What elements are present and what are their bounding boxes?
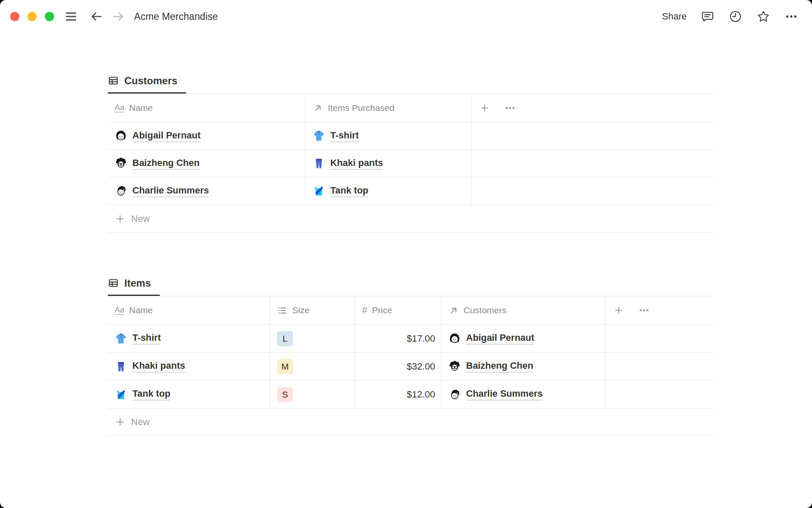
customer-page-link[interactable]: Abigail Pernaut: [132, 130, 200, 142]
empty-cell: [472, 122, 715, 149]
price-cell[interactable]: $17.00: [355, 325, 442, 352]
table-options-icon[interactable]: [505, 102, 516, 113]
avatar-charlie-icon: [115, 185, 127, 197]
relation-property-icon: [313, 103, 323, 113]
more-options-icon[interactable]: [784, 9, 798, 24]
size-cell[interactable]: M: [270, 353, 355, 380]
customers-header-actions: [472, 94, 715, 122]
zoom-button[interactable]: [45, 12, 54, 21]
customers-cell[interactable]: Baizheng Chen: [442, 353, 606, 380]
new-row-button[interactable]: New: [108, 409, 715, 436]
customers-view-tabs: Customers: [108, 68, 715, 94]
name-cell[interactable]: Tank top: [108, 381, 270, 408]
column-label: Customers: [464, 305, 507, 315]
name-cell[interactable]: Charlie Summers: [108, 177, 306, 204]
name-cell[interactable]: Khaki pants: [108, 353, 270, 380]
customer-relation-link[interactable]: Abigail Pernaut: [466, 332, 534, 345]
tshirt-icon: [115, 332, 127, 345]
empty-cell: [606, 353, 715, 380]
tab-label: Customers: [124, 75, 177, 87]
tab-customers[interactable]: Customers: [108, 68, 186, 94]
customer-relation-link[interactable]: Charlie Summers: [466, 388, 543, 400]
tab-label: Items: [124, 277, 151, 289]
text-property-icon: Aa: [115, 306, 124, 315]
table-view-icon: [108, 75, 119, 86]
column-header-name[interactable]: Aa Name: [108, 94, 306, 122]
customers-database: Customers Aa Name Items Purchased: [108, 68, 715, 233]
item-page-link[interactable]: Tank top: [132, 388, 170, 400]
empty-cell: [606, 381, 715, 408]
column-label: Items Purchased: [328, 103, 395, 113]
customers-cell[interactable]: Charlie Summers: [442, 381, 606, 408]
size-cell[interactable]: L: [270, 325, 355, 352]
table-row: Tank top S $12.00 Charlie Su: [108, 381, 715, 409]
column-header-items-purchased[interactable]: Items Purchased: [306, 94, 472, 122]
column-label: Price: [372, 305, 392, 315]
back-button[interactable]: [89, 9, 104, 24]
avatar-charlie-icon: [448, 388, 461, 401]
column-label: Name: [129, 305, 153, 315]
customers-header-row: Aa Name Items Purchased: [108, 94, 715, 122]
item-page-link[interactable]: T-shirt: [132, 332, 161, 345]
customers-cell[interactable]: Abigail Pernaut: [442, 325, 606, 352]
select-property-icon: [277, 305, 288, 316]
tshirt-icon: [313, 130, 325, 142]
item-relation-link[interactable]: T-shirt: [330, 130, 359, 142]
empty-cell: [472, 177, 715, 204]
items-view-tabs: Items: [108, 270, 715, 296]
name-cell[interactable]: Baizheng Chen: [108, 150, 306, 177]
items-purchased-cell[interactable]: Tank top: [306, 177, 472, 204]
column-header-size[interactable]: Size: [270, 296, 355, 324]
tab-items[interactable]: Items: [108, 270, 160, 296]
column-header-name[interactable]: Aa Name: [108, 296, 270, 324]
tank-top-icon: [115, 388, 127, 401]
name-cell[interactable]: T-shirt: [108, 325, 270, 352]
size-cell[interactable]: S: [270, 381, 355, 408]
items-purchased-cell[interactable]: T-shirt: [306, 122, 472, 149]
favorite-star-icon[interactable]: [756, 9, 771, 24]
minimize-button[interactable]: [27, 12, 37, 21]
title-bar: Acme Merchandise Share: [0, 0, 812, 33]
new-row-label: New: [131, 417, 150, 428]
item-relation-link[interactable]: Khaki pants: [330, 157, 383, 170]
tank-top-icon: [313, 185, 325, 197]
size-tag: S: [277, 387, 293, 402]
items-header-actions: [606, 296, 715, 324]
items-header-row: Aa Name Size # Price Customers: [108, 296, 715, 325]
sidebar-menu-icon[interactable]: [64, 9, 78, 24]
empty-cell: [606, 325, 715, 352]
comments-icon[interactable]: [700, 9, 715, 24]
traffic-lights: [10, 12, 54, 21]
new-row-button[interactable]: New: [108, 205, 715, 233]
history-clock-icon[interactable]: [728, 9, 743, 24]
table-row: Charlie Summers Tank top: [108, 177, 715, 205]
share-button[interactable]: Share: [662, 11, 687, 22]
table-row: T-shirt L $17.00 Abigail Per: [108, 325, 715, 353]
forward-button[interactable]: [111, 9, 126, 24]
table-options-icon[interactable]: [639, 305, 650, 316]
add-property-icon[interactable]: [479, 102, 490, 113]
table-row: Abigail Pernaut T-shirt: [108, 122, 715, 150]
customer-page-link[interactable]: Baizheng Chen: [132, 157, 200, 170]
close-button[interactable]: [10, 12, 19, 21]
items-purchased-cell[interactable]: Khaki pants: [306, 150, 472, 177]
item-page-link[interactable]: Khaki pants: [132, 360, 185, 373]
price-cell[interactable]: $32.00: [355, 353, 442, 380]
column-label: Name: [129, 103, 153, 113]
item-relation-link[interactable]: Tank top: [330, 185, 368, 197]
table-row: Khaki pants M $32.00: [108, 353, 715, 381]
add-property-icon[interactable]: [613, 305, 624, 316]
price-cell[interactable]: $12.00: [355, 381, 442, 408]
column-header-price[interactable]: # Price: [355, 296, 442, 324]
column-header-customers[interactable]: Customers: [442, 296, 606, 324]
new-row-label: New: [131, 213, 150, 224]
avatar-abigail-icon: [115, 130, 127, 142]
page-title: Acme Merchandise: [134, 11, 218, 22]
text-property-icon: Aa: [115, 103, 124, 113]
relation-property-icon: [448, 305, 459, 316]
jeans-icon: [115, 360, 127, 373]
name-cell[interactable]: Abigail Pernaut: [108, 122, 306, 149]
customer-page-link[interactable]: Charlie Summers: [132, 185, 209, 197]
customer-relation-link[interactable]: Baizheng Chen: [466, 360, 533, 373]
avatar-abigail-icon: [448, 332, 461, 345]
